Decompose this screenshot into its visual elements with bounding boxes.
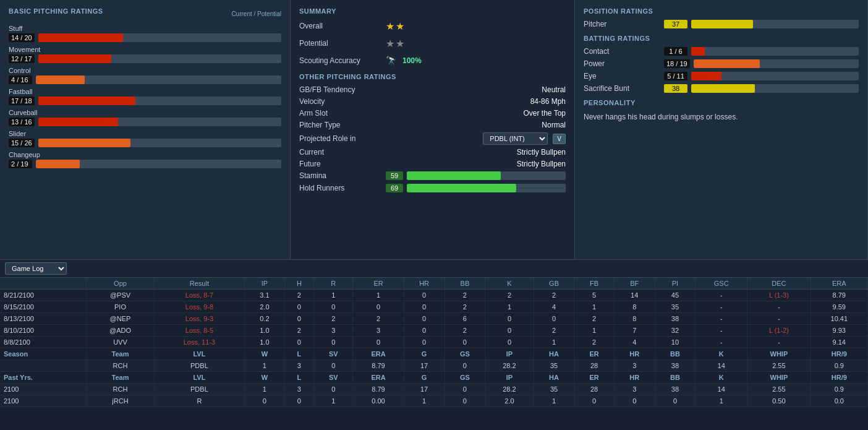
- eye-label: Eye: [584, 72, 664, 80]
- control-rating: Control 4 / 16: [9, 67, 281, 84]
- pitcher-bar-fill: [691, 20, 753, 28]
- col-r: R: [314, 278, 353, 290]
- row-dec: L (1-2): [747, 325, 811, 337]
- changeup-value: 2 / 19: [9, 160, 32, 168]
- contact-bar-fill: [691, 47, 705, 56]
- game-log-row: 8/8/2100 UVV Loss, 11-3 1.0000 0001 2410…: [0, 337, 868, 348]
- stamina-label: Stamina: [299, 171, 386, 180]
- curveball-bar-bg: [38, 118, 281, 126]
- game-log-row: 8/21/2100 @PSV Loss, 8-7 3.1211 0222 514…: [0, 290, 868, 301]
- game-log-dropdown[interactable]: Game Log: [5, 262, 67, 275]
- scouting-accuracy-row: Scouting Accuracy 🔭 100%: [299, 54, 566, 67]
- col-bb: BB: [445, 278, 485, 290]
- row-opp: UVV: [87, 337, 154, 348]
- top-section: BASIC PITCHING RATINGS Current / Potenti…: [0, 0, 868, 260]
- gb-fb-label: GB/FB Tendency: [299, 85, 355, 94]
- sac-bunt-bar-bg: [691, 84, 859, 93]
- sac-bunt-value: 38: [664, 84, 687, 93]
- col-gb: GB: [534, 278, 574, 290]
- pot-star1: ★: [386, 38, 394, 49]
- col-fb: FB: [574, 278, 614, 290]
- pitcher-type-row: Pitcher Type Normal: [299, 121, 566, 129]
- summary-title: SUMMARY: [299, 7, 566, 15]
- arm-slot-row: Arm Slot Over the Top: [299, 109, 566, 118]
- changeup-bar-fill: [36, 160, 80, 168]
- velocity-row: Velocity 84-86 Mph: [299, 97, 566, 106]
- gb-fb-value: Neutral: [542, 85, 566, 94]
- hold-runners-row: Hold Runners 69: [299, 184, 566, 192]
- current-potential-label: Current / Potential: [231, 11, 281, 17]
- future-value: Strictly Bullpen: [517, 160, 566, 168]
- fastball-rating: Fastball 17 / 18: [9, 88, 281, 105]
- row-date: 8/15/2100: [0, 301, 87, 313]
- col-bf: BF: [614, 278, 655, 290]
- current-label: Current: [299, 148, 324, 157]
- overall-stars: ★ ★: [386, 20, 404, 32]
- summary-panel: SUMMARY Overall ★ ★ Potential ★ ★ Sco: [291, 0, 575, 259]
- main-container: BASIC PITCHING RATINGS Current / Potenti…: [0, 0, 868, 430]
- row-result: Loss, 9-3: [154, 313, 245, 325]
- power-label: Power: [584, 59, 664, 68]
- curveball-rating: Curveball 13 / 16: [9, 109, 281, 126]
- position-ratings-title: POSITION RATINGS: [584, 7, 859, 15]
- col-era: ERA: [811, 278, 867, 290]
- potential-row: Potential ★ ★: [299, 37, 566, 49]
- col-gsc: GSC: [696, 278, 747, 290]
- projected-role-label: Projected Role in: [299, 134, 355, 143]
- stuff-label: Stuff: [9, 25, 281, 32]
- col-h: H: [284, 278, 314, 290]
- contact-rating-row: Contact 1 / 6: [584, 47, 859, 56]
- game-log-row: 8/13/2100 @NEP Loss, 9-3 0.2022 0600 283…: [0, 313, 868, 325]
- power-rating-row: Power 18 / 19: [584, 59, 859, 68]
- pitcher-type-value: Normal: [542, 121, 566, 129]
- role-v-button[interactable]: V: [553, 134, 566, 144]
- future-row: Future Strictly Bullpen: [299, 160, 566, 168]
- movement-bar-fill: [38, 54, 111, 63]
- slider-label: Slider: [9, 130, 281, 137]
- binoculars-icon: 🔭: [386, 56, 396, 66]
- col-pi: PI: [655, 278, 696, 290]
- arm-slot-value: Over the Top: [524, 109, 566, 118]
- row-result: Loss, 11-3: [154, 337, 245, 348]
- other-pitching-title: OTHER PITCHING RATINGS: [299, 73, 566, 80]
- col-result: Result: [154, 278, 245, 290]
- pitcher-type-label: Pitcher Type: [299, 121, 340, 129]
- hold-runners-value: 69: [386, 184, 403, 192]
- row-result: Loss, 8-7: [154, 290, 245, 301]
- season-data-row: RCHPDBL 1308.79 17028.235 2833814 2.550.…: [0, 360, 868, 372]
- potential-label: Potential: [299, 39, 386, 48]
- eye-bar-fill: [691, 72, 721, 80]
- row-dec: -: [747, 337, 811, 348]
- curveball-bar-fill: [38, 118, 119, 126]
- row-opp: @ADO: [87, 325, 154, 337]
- movement-rating: Movement 12 / 17: [9, 46, 281, 63]
- row-date: 8/13/2100: [0, 313, 87, 325]
- control-value: 4 / 16: [9, 75, 32, 84]
- game-log-row: 8/10/2100 @ADO Loss, 8-5 1.0233 0202 173…: [0, 325, 868, 337]
- fastball-bar-fill: [38, 97, 135, 105]
- fastball-value: 17 / 18: [9, 97, 35, 105]
- changeup-rating: Changeup 2 / 19: [9, 151, 281, 168]
- contact-value: 1 / 6: [664, 47, 687, 56]
- contact-label: Contact: [584, 47, 664, 56]
- control-bar-bg: [36, 75, 281, 84]
- movement-value: 12 / 17: [9, 54, 35, 63]
- row-dec: -: [747, 301, 811, 313]
- velocity-value: 84-86 Mph: [530, 97, 566, 106]
- changeup-label: Changeup: [9, 151, 281, 158]
- sac-bunt-rating-row: Sacrifice Bunt 38: [584, 84, 859, 93]
- slider-bar-bg: [38, 139, 281, 147]
- movement-bar-bg: [38, 54, 281, 63]
- star2: ★: [396, 20, 404, 32]
- col-er: ER: [353, 278, 404, 290]
- past-years-header-row: Past Yrs.TeamLVL WLSVERA GGSIPHA ERHRBBK…: [0, 372, 868, 384]
- projected-role-select[interactable]: PDBL (INT): [483, 132, 548, 145]
- fastball-bar-bg: [38, 97, 281, 105]
- current-value: Strictly Bullpen: [517, 148, 566, 157]
- past-data-row: 2100jRCHR 0010.00 102.01 0001 0.500.0: [0, 395, 868, 407]
- eye-value: 5 / 11: [664, 72, 687, 80]
- row-date: 8/10/2100: [0, 325, 87, 337]
- arm-slot-label: Arm Slot: [299, 109, 328, 118]
- row-dec: L (1-3): [747, 290, 811, 301]
- game-log-row: 8/15/2100 PIO Loss, 9-8 2.0000 0214 1835…: [0, 301, 868, 313]
